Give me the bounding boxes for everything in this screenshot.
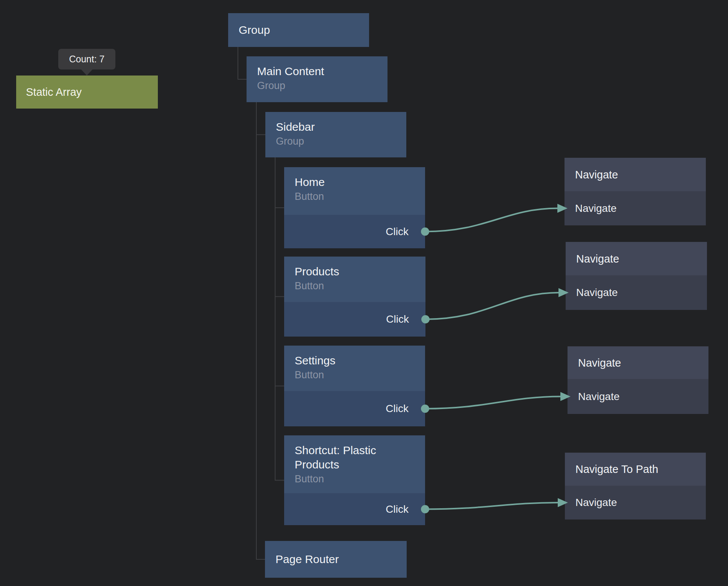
count-tooltip-label: Count: 7 [69, 54, 105, 65]
wire-products-click-to-navigate-2[interactable] [425, 293, 559, 319]
node-header: Navigate [568, 346, 708, 379]
node-title: Main Content [257, 64, 380, 79]
click-output-port-settings[interactable] [421, 405, 429, 413]
node-navigate-to-path[interactable]: Navigate To PathNavigate [565, 453, 706, 520]
node-output-row: Click [284, 302, 425, 337]
node-text: Page Router [275, 552, 339, 566]
node-header: Navigate [566, 242, 707, 275]
node-input-row[interactable]: Navigate [565, 191, 706, 225]
node-input-row[interactable]: Navigate [565, 486, 706, 520]
node-title: Navigate [578, 356, 621, 370]
node-title: Static Array [26, 85, 82, 99]
node-title: Page Router [275, 552, 339, 566]
node-group[interactable]: Group [228, 13, 369, 47]
node-header: Shortcut: Plastic ProductsButton [284, 435, 425, 493]
node-products[interactable]: ProductsButtonClick [284, 257, 425, 337]
node-output-row: Click [284, 391, 425, 426]
node-subtitle: Button [295, 473, 404, 485]
click-output-port-shortcut-plastic-products[interactable] [421, 505, 429, 514]
action-row-label: Navigate [576, 287, 618, 299]
node-text: SidebarGroup [276, 120, 399, 148]
node-subtitle: Button [295, 279, 404, 292]
node-title: Home [295, 175, 404, 189]
tree-connector-group-to-main-content [238, 47, 247, 79]
node-settings[interactable]: SettingsButtonClick [284, 346, 425, 426]
node-title: Products [295, 264, 404, 279]
wire-shortcut-plastic-products-click-to-navigate-to-path[interactable] [425, 503, 558, 509]
node-subtitle: Button [295, 369, 404, 381]
node-output-row: Click [284, 215, 425, 248]
action-row-label: Navigate [578, 391, 620, 403]
tree-connector-sidebar-to-shortcut-plastic-products [275, 157, 284, 480]
node-title: Navigate [576, 252, 619, 266]
wire-home-click-to-navigate-1[interactable] [425, 208, 558, 232]
node-navigate-3[interactable]: NavigateNavigate [568, 346, 708, 414]
node-subtitle: Button [295, 190, 404, 203]
node-output-row: Click [284, 493, 425, 525]
node-page-router[interactable]: Page Router [265, 541, 407, 578]
node-subtitle: Group [257, 79, 380, 92]
node-shortcut-plastic-products[interactable]: Shortcut: Plastic ProductsButtonClick [284, 435, 425, 525]
action-row-label: Navigate [575, 497, 617, 509]
node-text: Static Array [26, 85, 82, 99]
node-graph-canvas: Static ArrayGroupMain ContentGroupSideba… [0, 0, 728, 586]
node-text: Group [239, 23, 270, 37]
tree-connector-sidebar-to-settings [275, 157, 284, 386]
node-title: Navigate [575, 168, 618, 182]
node-header: Navigate To Path [565, 453, 706, 486]
node-title: Navigate To Path [575, 462, 658, 476]
click-port-label: Click [386, 313, 409, 325]
click-port-label: Click [386, 403, 409, 415]
tree-connector-main-content-to-sidebar [256, 102, 265, 135]
node-header: ProductsButton [284, 257, 425, 302]
node-header: SettingsButton [284, 346, 425, 391]
node-header: HomeButton [284, 167, 425, 215]
tooltip-caret-icon [81, 69, 92, 76]
node-static-array[interactable]: Static Array [16, 76, 158, 109]
tree-connector-main-content-to-page-router [256, 102, 265, 559]
node-header: Navigate [565, 158, 706, 191]
node-input-row[interactable]: Navigate [566, 275, 707, 310]
click-port-label: Click [386, 503, 409, 515]
count-tooltip: Count: 7 [58, 49, 115, 69]
tree-connector-sidebar-to-home [275, 157, 284, 208]
node-navigate-1[interactable]: NavigateNavigate [565, 158, 706, 225]
node-navigate-2[interactable]: NavigateNavigate [566, 242, 707, 310]
node-main-content[interactable]: Main ContentGroup [247, 56, 387, 102]
click-output-port-home[interactable] [421, 228, 429, 236]
node-input-row[interactable]: Navigate [568, 379, 708, 414]
action-row-label: Navigate [575, 202, 617, 214]
click-port-label: Click [386, 226, 409, 238]
node-title: Group [239, 23, 270, 37]
node-text: Main ContentGroup [257, 64, 380, 92]
click-output-port-products[interactable] [421, 315, 430, 323]
node-home[interactable]: HomeButtonClick [284, 167, 425, 248]
node-sidebar[interactable]: SidebarGroup [265, 112, 406, 157]
tree-connector-sidebar-to-products [275, 157, 284, 297]
node-title: Shortcut: Plastic Products [295, 443, 404, 472]
node-title: Sidebar [276, 120, 399, 134]
node-subtitle: Group [276, 135, 399, 148]
wire-settings-click-to-navigate-3[interactable] [425, 397, 561, 409]
node-title: Settings [295, 353, 404, 368]
